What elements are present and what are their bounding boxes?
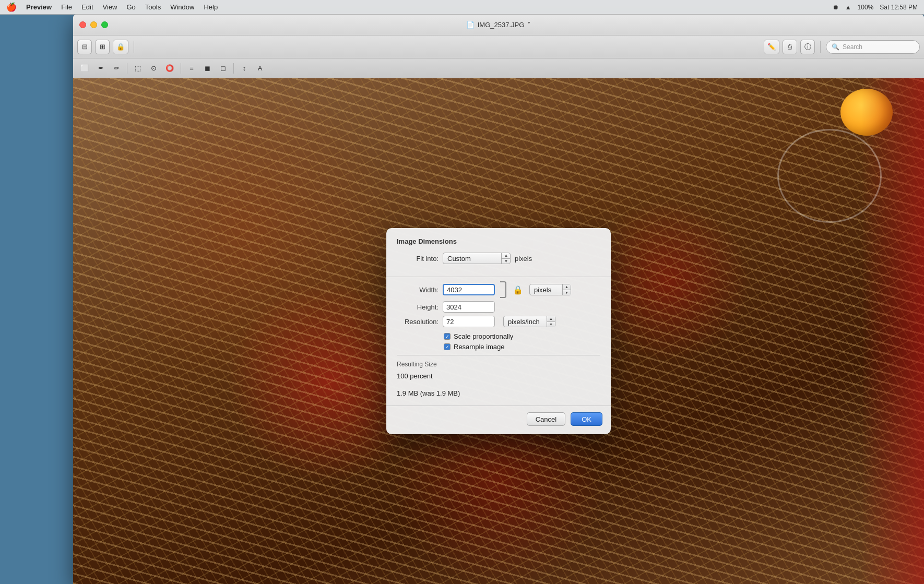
- menu-go[interactable]: Go: [126, 3, 135, 11]
- shapes-btn[interactable]: ⭕: [162, 62, 177, 75]
- fit-into-select[interactable]: Custom: [443, 253, 511, 264]
- dialog-header: Image Dimensions Fit into: Custom ▲ ▼: [386, 228, 611, 272]
- search-icon: 🔍: [832, 43, 839, 51]
- dialog-footer: Cancel OK: [386, 406, 611, 434]
- battery-status: 100%: [858, 4, 874, 11]
- border-btn[interactable]: ◻: [216, 62, 230, 75]
- record-icon: ⏺: [833, 4, 839, 11]
- arrange-btn[interactable]: ⊙: [147, 62, 160, 75]
- menu-preview[interactable]: Preview: [26, 3, 52, 11]
- lines-btn[interactable]: ≡: [185, 62, 198, 75]
- scale-proportionally-row: ✓ Scale proportionally: [444, 332, 600, 340]
- menubar: 🍎 Preview File Edit View Go Tools Window…: [0, 0, 924, 15]
- menu-edit[interactable]: Edit: [81, 3, 93, 11]
- pencil-btn[interactable]: ✏️: [764, 40, 779, 54]
- scale-proportionally-checkbox[interactable]: ✓: [444, 333, 451, 340]
- menu-window[interactable]: Window: [170, 3, 194, 11]
- close-button[interactable]: [79, 21, 86, 28]
- search-placeholder: Search: [843, 43, 862, 51]
- lasso-btn[interactable]: ✒: [94, 62, 108, 75]
- resulting-size-title: Resulting Size: [397, 361, 600, 368]
- width-unit-select[interactable]: pixels ▲ ▼: [529, 284, 571, 295]
- fit-into-row: Fit into: Custom ▲ ▼ pixels: [397, 253, 600, 264]
- search-bar[interactable]: 🔍 Search: [826, 40, 920, 54]
- menu-help[interactable]: Help: [204, 3, 218, 11]
- file-icon: 📄: [466, 21, 475, 29]
- resample-image-checkbox[interactable]: ✓: [444, 343, 451, 350]
- height-input[interactable]: [443, 301, 495, 313]
- lock-chain-icon: 🔒: [513, 285, 523, 294]
- clock: Sat 12:58 PM: [880, 4, 918, 11]
- height-label: Height:: [397, 303, 439, 311]
- scale-proportionally-label: Scale proportionally: [454, 332, 513, 340]
- share-icon: ⎙: [788, 43, 792, 51]
- width-row: Width: 🔒 pixels: [397, 281, 600, 298]
- cancel-button[interactable]: Cancel: [527, 412, 565, 426]
- info-btn[interactable]: ⓘ: [800, 40, 815, 54]
- title-bar: 📄 IMG_2537.JPG ˅: [73, 15, 924, 35]
- crop-btn[interactable]: ⬚: [131, 62, 145, 75]
- dialog-title: Image Dimensions: [397, 237, 600, 245]
- height-row: Height:: [397, 301, 600, 313]
- content-area: Image Dimensions Fit into: Custom ▲ ▼: [73, 78, 924, 584]
- pencil2-btn[interactable]: ✏: [110, 62, 123, 75]
- wifi-icon: ▲: [845, 4, 851, 11]
- zoom-in-btn[interactable]: ⊞: [95, 40, 110, 54]
- separator-2: [820, 41, 821, 53]
- width-input[interactable]: [443, 284, 495, 295]
- separator-1: [386, 277, 611, 277]
- resample-image-label: Resample image: [454, 343, 505, 351]
- menu-tools[interactable]: Tools: [145, 3, 161, 11]
- lock-icon: 🔒: [116, 43, 125, 51]
- separator-1: [134, 41, 134, 53]
- dialog-body: Width: 🔒 pixels: [386, 281, 611, 406]
- effects-btn[interactable]: ↕: [238, 62, 251, 75]
- resolution-unit-value: pixels/inch: [508, 318, 540, 326]
- fill-btn[interactable]: ◼: [200, 62, 214, 75]
- traffic-lights: [79, 21, 108, 28]
- t2-sep1: [127, 63, 127, 74]
- ok-button[interactable]: OK: [571, 412, 602, 426]
- resolution-unit-stepper: ▲ ▼: [547, 316, 555, 327]
- rect-select-btn[interactable]: ⬜: [77, 62, 92, 75]
- t2-sep3: [233, 63, 234, 74]
- resulting-size-value: 1.9 MB (was 1.9 MB): [397, 389, 600, 397]
- bowl-outline: [777, 129, 882, 223]
- title-filename: IMG_2537.JPG: [478, 21, 525, 29]
- maximize-button[interactable]: [101, 21, 108, 28]
- resolution-row: Resolution: pixels/inch ▲ ▼: [397, 316, 600, 327]
- pencil-icon: ✏️: [767, 43, 776, 51]
- text-btn[interactable]: A: [253, 62, 267, 75]
- info-icon: ⓘ: [804, 42, 811, 52]
- width-unit-stepper: ▲ ▼: [562, 284, 571, 295]
- width-label: Width:: [397, 286, 439, 294]
- apple-menu-icon[interactable]: 🍎: [6, 2, 17, 12]
- zoom-out-btn[interactable]: ⊟: [77, 40, 92, 54]
- fit-into-label: Fit into:: [397, 255, 439, 263]
- resolution-label: Resolution:: [397, 318, 439, 326]
- menubar-status-area: ⏺ ▲ 100% Sat 12:58 PM: [833, 4, 918, 11]
- lock-btn[interactable]: 🔒: [113, 40, 128, 54]
- zoom-out-icon: ⊟: [82, 43, 88, 51]
- fit-into-unit: pixels: [515, 255, 532, 263]
- resolution-unit-select[interactable]: pixels/inch ▲ ▼: [503, 316, 555, 327]
- primary-toolbar: ⊟ ⊞ 🔒 ✏️ ⎙ ⓘ 🔍 Search: [73, 35, 924, 58]
- image-dimensions-dialog: Image Dimensions Fit into: Custom ▲ ▼: [386, 228, 611, 434]
- window-title: 📄 IMG_2537.JPG ˅: [466, 21, 531, 29]
- resulting-size-section: Resulting Size 100 percent 1.9 MB (was 1…: [397, 355, 600, 397]
- menu-view[interactable]: View: [103, 3, 117, 11]
- secondary-toolbar: ⬜ ✒ ✏ ⬚ ⊙ ⭕ ≡ ◼ ◻ ↕ A: [73, 58, 924, 78]
- title-caret: ˅: [527, 21, 531, 29]
- resulting-percent: 100 percent: [397, 372, 600, 380]
- app-window: 📄 IMG_2537.JPG ˅ ⊟ ⊞ 🔒 ✏️ ⎙ ⓘ: [73, 15, 924, 584]
- share-btn[interactable]: ⎙: [783, 40, 797, 54]
- menu-file[interactable]: File: [61, 3, 72, 11]
- resolution-input[interactable]: [443, 316, 495, 327]
- minimize-button[interactable]: [90, 21, 97, 28]
- t2-sep2: [181, 63, 181, 74]
- width-unit-value: pixels: [534, 286, 551, 294]
- resample-image-row: ✓ Resample image: [444, 343, 600, 351]
- zoom-in-icon: ⊞: [100, 43, 105, 51]
